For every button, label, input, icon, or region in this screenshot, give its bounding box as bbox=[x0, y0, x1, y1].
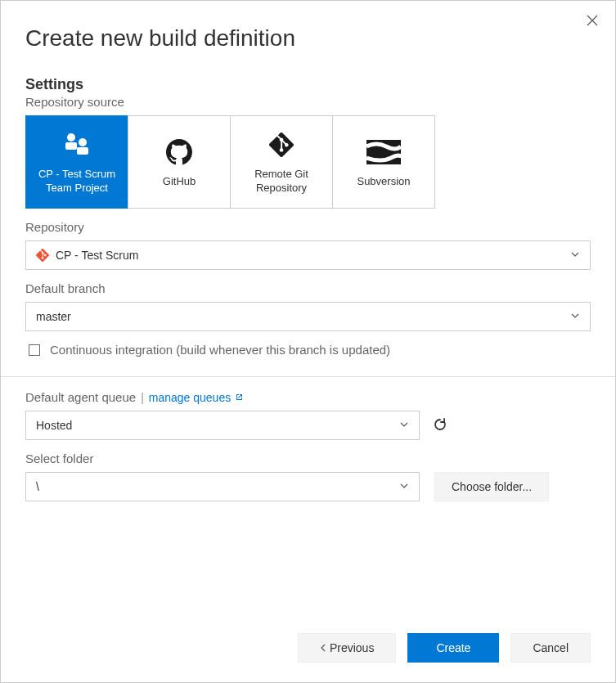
repo-source-github[interactable]: GitHub bbox=[128, 115, 231, 209]
chevron-down-icon bbox=[570, 310, 580, 323]
cancel-button[interactable]: Cancel bbox=[510, 633, 591, 663]
repository-source-list: CP - Test Scrum Team Project GitHub Remo… bbox=[25, 115, 591, 209]
settings-heading: Settings bbox=[25, 76, 591, 93]
default-branch-dropdown[interactable]: master bbox=[25, 302, 591, 331]
select-folder-label: Select folder bbox=[25, 452, 591, 465]
refresh-button[interactable] bbox=[429, 414, 451, 438]
git-icon bbox=[269, 128, 294, 161]
github-icon bbox=[166, 136, 192, 169]
dialog-title: Create new build definition bbox=[1, 1, 615, 76]
repository-source-label: Repository source bbox=[25, 95, 591, 109]
git-icon bbox=[36, 249, 49, 262]
repo-source-label: CP - Test Scrum Team Project bbox=[31, 168, 123, 195]
repo-source-label: Subversion bbox=[357, 175, 410, 189]
agent-queue-label: Default agent queue bbox=[25, 390, 136, 404]
choose-folder-button[interactable]: Choose folder... bbox=[434, 472, 549, 501]
refresh-icon bbox=[433, 417, 447, 432]
select-folder-value: \ bbox=[36, 480, 39, 493]
create-button[interactable]: Create bbox=[407, 633, 499, 663]
ci-checkbox-row[interactable]: Continuous integration (build whenever t… bbox=[25, 343, 591, 357]
svg-point-2 bbox=[79, 138, 87, 146]
section-divider bbox=[1, 376, 615, 377]
select-folder-dropdown[interactable]: \ bbox=[25, 472, 420, 501]
dialog-footer: Previous Create Cancel bbox=[1, 618, 615, 682]
svg-point-0 bbox=[67, 133, 75, 142]
repository-label: Repository bbox=[25, 220, 591, 234]
default-branch-value: master bbox=[36, 310, 71, 323]
default-branch-label: Default branch bbox=[25, 281, 591, 295]
previous-label: Previous bbox=[330, 641, 374, 654]
chevron-down-icon bbox=[399, 480, 409, 493]
close-icon[interactable] bbox=[582, 11, 602, 34]
repo-source-label: GitHub bbox=[163, 175, 196, 189]
repo-source-remote-git[interactable]: Remote Git Repository bbox=[230, 115, 333, 209]
external-link-icon bbox=[234, 393, 244, 402]
ci-checkbox[interactable] bbox=[29, 344, 40, 356]
chevron-left-icon bbox=[320, 644, 326, 652]
agent-queue-value: Hosted bbox=[36, 419, 72, 432]
repo-source-label: Remote Git Repository bbox=[236, 168, 327, 195]
separator: | bbox=[141, 391, 144, 404]
repo-source-subversion[interactable]: Subversion bbox=[332, 115, 435, 209]
manage-queues-text: manage queues bbox=[149, 391, 231, 404]
create-build-definition-dialog: Create new build definition Settings Rep… bbox=[0, 0, 616, 683]
svg-rect-1 bbox=[65, 142, 77, 150]
team-icon bbox=[61, 128, 93, 161]
previous-button[interactable]: Previous bbox=[298, 633, 396, 663]
manage-queues-link[interactable]: manage queues bbox=[149, 391, 244, 404]
svg-rect-3 bbox=[77, 147, 88, 155]
agent-queue-dropdown[interactable]: Hosted bbox=[25, 411, 420, 440]
chevron-down-icon bbox=[399, 419, 409, 432]
subversion-icon bbox=[366, 136, 401, 169]
ci-checkbox-label: Continuous integration (build whenever t… bbox=[50, 343, 390, 357]
repository-value: CP - Test Scrum bbox=[56, 249, 138, 262]
chevron-down-icon bbox=[570, 249, 580, 262]
repo-source-team-project[interactable]: CP - Test Scrum Team Project bbox=[25, 115, 128, 209]
repository-dropdown[interactable]: CP - Test Scrum bbox=[25, 240, 591, 270]
